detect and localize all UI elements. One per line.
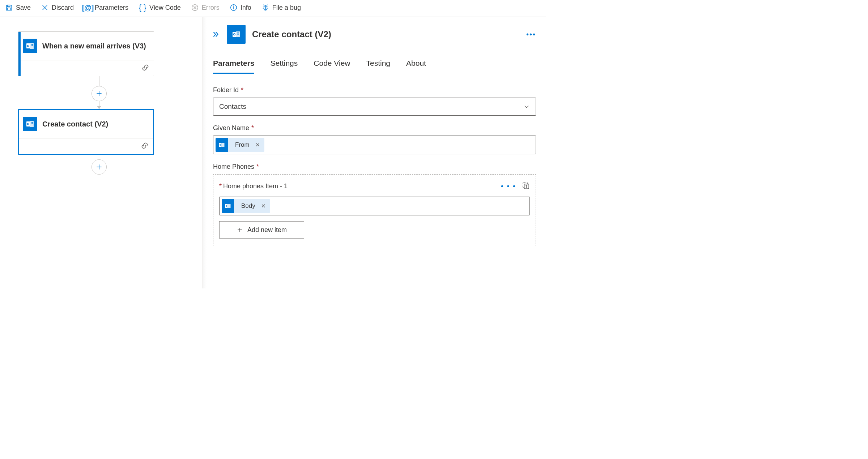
svg-rect-0 <box>7 5 10 7</box>
panel-tabs: Parameters Settings Code View Testing Ab… <box>211 59 538 74</box>
svg-rect-14 <box>26 121 30 126</box>
array-item-menu-button[interactable]: • • • <box>501 182 516 190</box>
outlook-icon <box>227 25 246 44</box>
given-name-label-text: Given Name <box>213 124 249 132</box>
from-token[interactable]: From ✕ <box>216 138 264 152</box>
discard-label: Discard <box>52 4 74 12</box>
chevron-down-icon <box>523 103 530 110</box>
array-item-label: Home phones Item - 1 <box>223 183 288 190</box>
svg-rect-17 <box>32 122 33 123</box>
outlook-icon <box>216 138 228 152</box>
panel-menu-button[interactable]: ••• <box>526 30 538 39</box>
folder-id-value: Contacts <box>219 103 246 111</box>
remove-token-button[interactable]: ✕ <box>255 142 264 148</box>
array-item-header: * Home phones Item - 1 • • • T <box>219 182 530 191</box>
svg-rect-16 <box>31 122 31 123</box>
home-phones-item-input[interactable]: Body ✕ <box>219 197 530 215</box>
tab-about[interactable]: About <box>406 59 426 74</box>
svg-point-5 <box>233 6 234 6</box>
folder-id-label-text: Folder Id <box>213 86 239 94</box>
viewcode-label: View Code <box>149 4 181 12</box>
svg-rect-15 <box>30 121 34 127</box>
connection-icon[interactable] <box>141 64 149 73</box>
svg-rect-25 <box>237 34 238 34</box>
action-card[interactable]: Create contact (V2) <box>18 109 154 155</box>
trigger-card[interactable]: When a new email arrives (V3) <box>18 31 154 76</box>
parameters-icon: [@] <box>84 4 92 12</box>
svg-rect-8 <box>30 43 34 49</box>
svg-rect-34 <box>225 204 228 208</box>
filebug-label: File a bug <box>272 4 301 12</box>
action-title: Create contact (V2) <box>42 119 108 129</box>
given-name-input[interactable]: From ✕ <box>213 136 536 154</box>
folder-id-select[interactable]: Contacts <box>213 98 536 116</box>
tab-settings[interactable]: Settings <box>270 59 298 74</box>
save-label: Save <box>16 4 31 12</box>
required-marker: * <box>241 86 243 94</box>
svg-rect-19 <box>32 123 33 124</box>
svg-rect-9 <box>31 44 31 45</box>
home-phones-label-text: Home Phones <box>213 163 254 170</box>
home-phones-array: * Home phones Item - 1 • • • T Body ✕ <box>213 174 536 246</box>
tab-parameters[interactable]: Parameters <box>213 59 254 74</box>
required-marker: * <box>219 183 222 190</box>
svg-rect-26 <box>238 34 239 34</box>
from-token-label: From <box>228 141 255 149</box>
filebug-button[interactable]: File a bug <box>261 4 301 12</box>
folder-id-label: Folder Id* <box>213 86 536 94</box>
discard-button[interactable]: Discard <box>41 4 74 12</box>
errors-button: Errors <box>191 4 220 12</box>
braces-icon: { } <box>139 4 146 12</box>
outlook-icon <box>23 39 37 53</box>
add-new-item-button[interactable]: Add new item <box>219 221 304 239</box>
svg-rect-35 <box>227 204 230 208</box>
save-icon <box>5 4 13 12</box>
errors-label: Errors <box>202 4 220 12</box>
info-button[interactable]: Info <box>230 4 251 12</box>
parameters-button[interactable]: [@] Parameters <box>84 4 128 12</box>
svg-rect-22 <box>236 31 240 37</box>
required-marker: * <box>251 124 254 132</box>
body-token-label: Body <box>234 202 261 210</box>
svg-text:T: T <box>525 185 527 189</box>
panel-header: Create contact (V2) ••• <box>211 25 538 44</box>
info-icon <box>230 4 238 12</box>
viewcode-button[interactable]: { } View Code <box>139 4 181 12</box>
collapse-panel-button[interactable] <box>211 30 220 38</box>
tab-codeview[interactable]: Code View <box>314 59 350 74</box>
svg-rect-7 <box>26 43 30 48</box>
close-icon <box>41 4 49 12</box>
parameters-label: Parameters <box>95 4 128 12</box>
add-new-item-label: Add new item <box>247 226 287 234</box>
switch-array-mode-button[interactable]: T <box>522 182 530 191</box>
plus-icon <box>237 227 243 233</box>
svg-rect-29 <box>221 143 224 147</box>
svg-rect-21 <box>233 32 236 37</box>
add-step-button-2[interactable] <box>92 159 107 175</box>
body-token[interactable]: Body ✕ <box>222 199 270 213</box>
svg-rect-10 <box>32 44 33 45</box>
svg-rect-23 <box>237 33 238 33</box>
save-button[interactable]: Save <box>5 4 31 12</box>
connection-icon[interactable] <box>141 142 149 151</box>
panel-title: Create contact (V2) <box>252 29 331 39</box>
tab-testing[interactable]: Testing <box>366 59 391 74</box>
bug-icon <box>261 4 269 12</box>
designer-canvas[interactable]: When a new email arrives (V3) Create con… <box>0 17 203 288</box>
error-icon <box>191 4 199 12</box>
svg-rect-12 <box>32 45 33 46</box>
details-panel: Create contact (V2) ••• Parameters Setti… <box>203 17 546 288</box>
given-name-label: Given Name* <box>213 124 536 132</box>
main: When a new email arrives (V3) Create con… <box>0 17 546 288</box>
add-step-button-1[interactable] <box>92 86 107 101</box>
svg-rect-18 <box>31 123 31 124</box>
home-phones-label: Home Phones* <box>213 163 536 171</box>
svg-rect-1 <box>7 8 10 10</box>
toolbar: Save Discard [@] Parameters { } View Cod… <box>0 0 546 17</box>
svg-rect-24 <box>238 33 239 33</box>
svg-rect-11 <box>31 45 31 46</box>
remove-token-button[interactable]: ✕ <box>261 203 270 209</box>
parameters-form: Folder Id* Contacts Given Name* From ✕ <box>211 86 538 246</box>
svg-rect-28 <box>219 143 222 147</box>
trigger-title: When a new email arrives (V3) <box>42 41 146 51</box>
